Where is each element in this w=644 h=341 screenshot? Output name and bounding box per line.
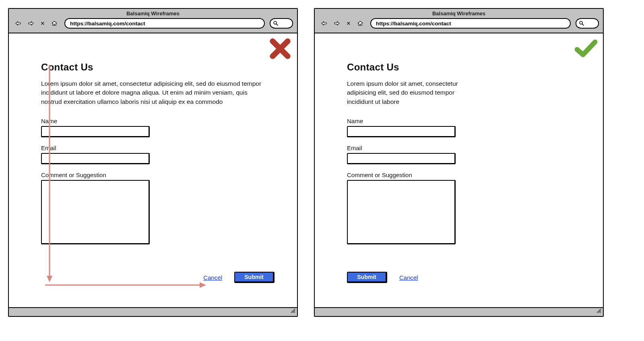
browser-window-good: Balsamiq Wireframes https://balsamiq.com… (314, 8, 604, 317)
arrow-left-icon (321, 19, 327, 28)
email-input[interactable] (347, 153, 456, 164)
home-button[interactable] (355, 19, 365, 28)
name-input[interactable] (347, 126, 456, 137)
check-icon (575, 37, 597, 60)
svg-marker-5 (200, 282, 206, 288)
comment-textarea[interactable] (347, 180, 456, 244)
flow-arrow-down-icon (45, 65, 54, 282)
url-bar[interactable]: https://balsamiq.com/contact (64, 18, 265, 29)
arrow-left-icon (15, 19, 21, 28)
actions: Submit Cancel (347, 272, 418, 283)
window-title: Balsamiq Wireframes (315, 10, 603, 18)
comment-textarea[interactable] (41, 180, 150, 244)
search-button[interactable] (576, 18, 599, 29)
page-title: Contact Us (347, 62, 522, 73)
forward-button[interactable] (26, 19, 36, 28)
browser-window-bad: Balsamiq Wireframes https://balsamiq.com… (8, 8, 298, 317)
stop-button[interactable] (345, 19, 353, 28)
arrow-right-icon (334, 19, 340, 28)
comment-field: Comment or Suggestion (41, 172, 273, 244)
window-title: Balsamiq Wireframes (9, 10, 297, 18)
viewport: Contact Us Lorem ipsum dolor sit amet, c… (315, 33, 603, 307)
intro-text: Lorem ipsum dolor sit amet, consectetur … (41, 79, 266, 106)
x-icon (347, 19, 350, 28)
search-icon (579, 21, 584, 26)
cancel-link[interactable]: Cancel (203, 274, 222, 281)
url-bar[interactable]: https://balsamiq.com/contact (370, 18, 571, 29)
search-icon (273, 21, 279, 26)
statusbar (9, 307, 297, 316)
x-icon (41, 19, 44, 28)
name-label: Name (41, 118, 273, 124)
name-input[interactable] (41, 126, 150, 137)
home-icon (357, 19, 363, 28)
email-label: Email (347, 145, 522, 151)
cancel-link[interactable]: Cancel (399, 274, 418, 281)
content-area: Contact Us Lorem ipsum dolor sit amet, c… (315, 33, 603, 244)
titlebar: Balsamiq Wireframes https://balsamiq.com… (9, 9, 297, 33)
search-button[interactable] (270, 18, 293, 29)
url-text: https://balsamiq.com/contact (70, 21, 145, 27)
page-title: Contact Us (41, 62, 273, 73)
email-field: Email (347, 145, 522, 164)
arrow-right-icon (28, 19, 34, 28)
comment-label: Comment or Suggestion (41, 172, 273, 178)
name-field: Name (347, 118, 522, 137)
home-icon (52, 19, 57, 28)
intro-text: Lorem ipsum dolor sit amet, consectetur … (347, 79, 460, 106)
back-button[interactable] (13, 19, 23, 28)
toolbar: https://balsamiq.com/contact (315, 18, 603, 29)
flow-arrow-right-icon (45, 281, 206, 289)
actions: Cancel Submit (203, 272, 275, 283)
good-mark (575, 37, 597, 62)
comment-field: Comment or Suggestion (347, 172, 522, 244)
submit-button[interactable]: Submit (347, 272, 387, 283)
back-button[interactable] (319, 19, 329, 28)
svg-line-7 (582, 24, 584, 25)
home-button[interactable] (49, 19, 60, 28)
toolbar: https://balsamiq.com/contact (9, 18, 297, 29)
name-field: Name (41, 118, 273, 137)
email-field: Email (41, 145, 273, 164)
resize-handle-icon[interactable] (596, 308, 602, 315)
name-label: Name (347, 118, 522, 124)
cross-icon (269, 37, 291, 60)
comment-label: Comment or Suggestion (347, 172, 522, 178)
submit-button[interactable]: Submit (234, 272, 275, 283)
bad-mark (269, 37, 291, 62)
forward-button[interactable] (332, 19, 342, 28)
url-text: https://balsamiq.com/contact (376, 21, 451, 27)
viewport: Contact Us Lorem ipsum dolor sit amet, c… (9, 33, 297, 307)
stop-button[interactable] (39, 19, 47, 28)
statusbar (315, 307, 603, 316)
email-label: Email (41, 145, 273, 151)
titlebar: Balsamiq Wireframes https://balsamiq.com… (315, 9, 603, 33)
email-input[interactable] (41, 153, 150, 164)
resize-handle-icon[interactable] (290, 308, 296, 315)
svg-line-1 (276, 24, 278, 25)
